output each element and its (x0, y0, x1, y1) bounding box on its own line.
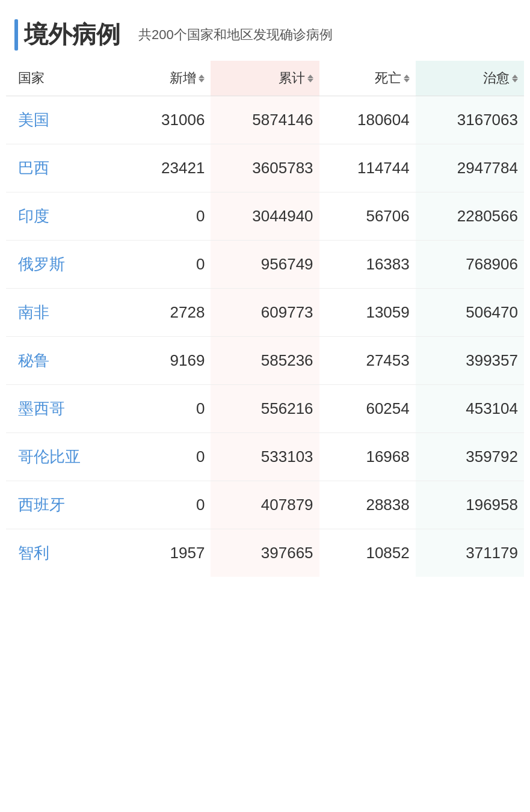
table-row: 南非272860977313059506470 (6, 289, 524, 337)
col-header-total[interactable]: 累计 (211, 61, 319, 96)
table-row: 秘鲁916958523627453399357 (6, 337, 524, 385)
col-header-recover[interactable]: 治愈 (416, 61, 524, 96)
cell-total: 556216 (211, 385, 319, 433)
cell-death: 56706 (319, 192, 416, 241)
table-row: 美国3100658741461806043167063 (6, 96, 524, 144)
cell-death: 13059 (319, 289, 416, 337)
cell-new: 23421 (102, 144, 211, 192)
cell-country[interactable]: 西班牙 (6, 481, 102, 529)
cell-new: 0 (102, 192, 211, 241)
cell-country[interactable]: 南非 (6, 289, 102, 337)
cell-death: 28838 (319, 481, 416, 529)
cell-recover: 453104 (416, 385, 524, 433)
cell-country[interactable]: 印度 (6, 192, 102, 241)
cell-recover: 3167063 (416, 96, 524, 144)
cell-country[interactable]: 墨西哥 (6, 385, 102, 433)
cell-new: 9169 (102, 337, 211, 385)
table-row: 西班牙040787928838196958 (6, 481, 524, 529)
cell-country[interactable]: 哥伦比亚 (6, 433, 102, 481)
cell-death: 10852 (319, 529, 416, 577)
table-row: 俄罗斯095674916383768906 (6, 241, 524, 289)
cell-death: 16968 (319, 433, 416, 481)
page-title: 境外病例 (24, 18, 120, 51)
table-row: 智利195739766510852371179 (6, 529, 524, 577)
cell-total: 533103 (211, 433, 319, 481)
cell-death: 114744 (319, 144, 416, 192)
cell-total: 956749 (211, 241, 319, 289)
sort-arrow-new (199, 75, 205, 82)
sort-arrow-death (404, 75, 410, 82)
cell-death: 180604 (319, 96, 416, 144)
cell-new: 1957 (102, 529, 211, 577)
cell-total: 609773 (211, 289, 319, 337)
page-subtitle: 共200个国家和地区发现确诊病例 (138, 26, 333, 44)
cell-recover: 359792 (416, 433, 524, 481)
cell-country[interactable]: 秘鲁 (6, 337, 102, 385)
cell-country[interactable]: 智利 (6, 529, 102, 577)
cell-new: 0 (102, 481, 211, 529)
cell-total: 585236 (211, 337, 319, 385)
cell-total: 407879 (211, 481, 319, 529)
table-row: 哥伦比亚053310316968359792 (6, 433, 524, 481)
cell-new: 0 (102, 433, 211, 481)
cell-recover: 506470 (416, 289, 524, 337)
table-header-row: 国家 新增 累计 (6, 61, 524, 96)
cell-recover: 371179 (416, 529, 524, 577)
cell-total: 3044940 (211, 192, 319, 241)
cell-death: 27453 (319, 337, 416, 385)
cell-new: 0 (102, 241, 211, 289)
cell-country[interactable]: 俄罗斯 (6, 241, 102, 289)
col-header-death[interactable]: 死亡 (319, 61, 416, 96)
cell-recover: 2947784 (416, 144, 524, 192)
cell-country[interactable]: 巴西 (6, 144, 102, 192)
cell-recover: 2280566 (416, 192, 524, 241)
cell-death: 16383 (319, 241, 416, 289)
cell-new: 0 (102, 385, 211, 433)
cell-recover: 768906 (416, 241, 524, 289)
title-bar-icon (14, 19, 18, 51)
cell-new: 2728 (102, 289, 211, 337)
page-container: 境外病例 共200个国家和地区发现确诊病例 国家 新增 (0, 0, 530, 589)
cell-new: 31006 (102, 96, 211, 144)
cell-total: 3605783 (211, 144, 319, 192)
cell-total: 397665 (211, 529, 319, 577)
cell-recover: 196958 (416, 481, 524, 529)
col-header-country: 国家 (6, 61, 102, 96)
cell-death: 60254 (319, 385, 416, 433)
col-header-new[interactable]: 新增 (102, 61, 211, 96)
data-table: 国家 新增 累计 (6, 61, 524, 577)
header-title-wrapper: 境外病例 (14, 18, 120, 51)
header: 境外病例 共200个国家和地区发现确诊病例 (6, 12, 524, 61)
table-row: 印度03044940567062280566 (6, 192, 524, 241)
cell-recover: 399357 (416, 337, 524, 385)
sort-arrow-total (307, 75, 313, 82)
cell-country[interactable]: 美国 (6, 96, 102, 144)
sort-arrow-recover (512, 75, 518, 82)
table-row: 巴西2342136057831147442947784 (6, 144, 524, 192)
table-row: 墨西哥055621660254453104 (6, 385, 524, 433)
cell-total: 5874146 (211, 96, 319, 144)
